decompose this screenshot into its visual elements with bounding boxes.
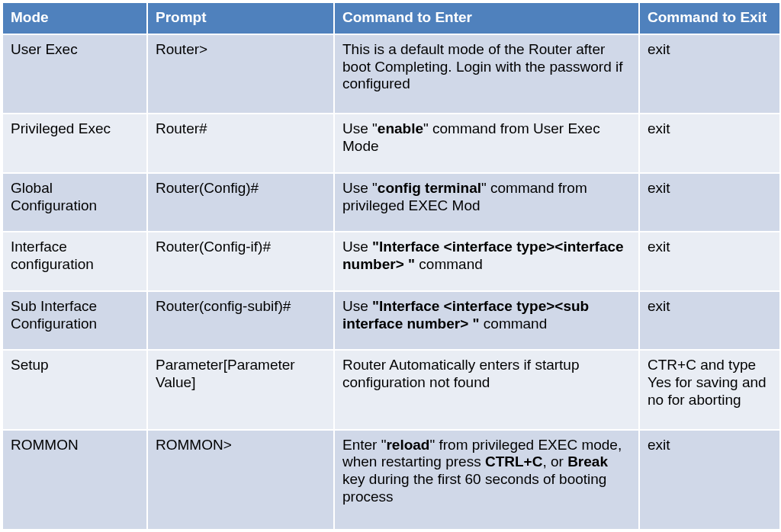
cell-exit: exit xyxy=(639,232,780,290)
cell-enter: Use "Interface <interface type><interfac… xyxy=(334,232,639,290)
cell-exit: exit xyxy=(639,430,780,530)
cell-enter: Router Automatically enters if startup c… xyxy=(334,350,639,429)
table-row: ROMMON ROMMON> Enter "reload" from privi… xyxy=(2,430,780,530)
cell-exit: exit xyxy=(639,173,780,232)
header-mode: Mode xyxy=(2,2,147,34)
table-row: Interface configuration Router(Config-if… xyxy=(2,232,780,290)
cell-mode: Interface configuration xyxy=(2,232,147,290)
table-row: Setup Parameter[Parameter Value] Router … xyxy=(2,350,780,429)
text: key during the first 60 seconds of booti… xyxy=(342,471,606,505)
table-header-row: Mode Prompt Command to Enter Command to … xyxy=(2,2,780,34)
cell-enter: Use "enable" command from User Exec Mode xyxy=(334,114,639,172)
cell-exit: exit xyxy=(639,291,780,350)
cell-prompt: ROMMON> xyxy=(147,430,334,530)
text: , or xyxy=(542,453,567,470)
bold-text: "Interface <interface type><sub interfac… xyxy=(342,298,589,332)
text: Use xyxy=(342,239,372,255)
cell-exit: CTR+C and type Yes for saving and no for… xyxy=(639,350,780,429)
text: Enter " xyxy=(342,437,386,453)
bold-text: reload xyxy=(386,437,429,453)
cell-enter: Use "config terminal" command from privi… xyxy=(334,173,639,232)
table-row: User Exec Router> This is a default mode… xyxy=(2,34,780,114)
header-exit: Command to Exit xyxy=(639,2,780,34)
bold-text: Break xyxy=(567,453,608,470)
table-row: Sub Interface Configuration Router(confi… xyxy=(2,291,780,350)
cell-enter: Use "Interface <interface type><sub inte… xyxy=(334,291,639,350)
bold-text: config terminal xyxy=(378,180,481,196)
cell-mode: Global Configuration xyxy=(2,173,147,232)
cell-exit: exit xyxy=(639,34,780,114)
text: Use xyxy=(342,298,372,314)
cell-prompt: Router(config-subif)# xyxy=(147,291,334,350)
cell-prompt: Parameter[Parameter Value] xyxy=(147,350,334,429)
router-modes-table: Mode Prompt Command to Enter Command to … xyxy=(2,2,781,530)
cell-prompt: Router> xyxy=(147,34,334,114)
bold-text: enable xyxy=(378,120,423,136)
table-row: Privileged Exec Router# Use "enable" com… xyxy=(2,114,780,172)
cell-mode: Setup xyxy=(2,350,147,429)
cell-mode: User Exec xyxy=(2,34,147,114)
cell-mode: ROMMON xyxy=(2,430,147,530)
cell-mode: Privileged Exec xyxy=(2,114,147,172)
cell-mode: Sub Interface Configuration xyxy=(2,291,147,350)
cell-enter: Enter "reload" from privileged EXEC mode… xyxy=(334,430,639,530)
header-enter: Command to Enter xyxy=(334,2,639,34)
header-prompt: Prompt xyxy=(147,2,334,34)
text: Use " xyxy=(342,180,378,196)
bold-text: "Interface <interface type><interface nu… xyxy=(342,239,624,272)
cell-prompt: Router# xyxy=(147,114,334,172)
cell-prompt: Router(Config)# xyxy=(147,173,334,232)
text: command xyxy=(480,316,548,332)
text: command xyxy=(415,256,483,272)
router-modes-table-container: Mode Prompt Command to Enter Command to … xyxy=(0,0,781,532)
table-row: Global Configuration Router(Config)# Use… xyxy=(2,173,780,232)
cell-exit: exit xyxy=(639,114,780,172)
bold-text: CTRL+C xyxy=(485,453,542,470)
text: Use " xyxy=(342,120,378,136)
cell-prompt: Router(Config-if)# xyxy=(147,232,334,290)
cell-enter: This is a default mode of the Router aft… xyxy=(334,34,639,114)
